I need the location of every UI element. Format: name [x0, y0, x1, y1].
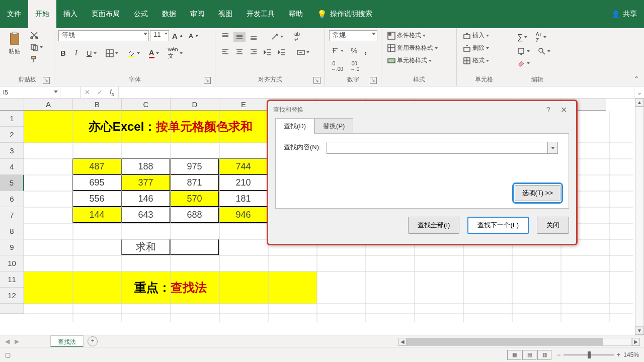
- zoom-out-button[interactable]: −: [557, 351, 560, 358]
- tab-insert[interactable]: 插入: [56, 0, 85, 28]
- data-cell[interactable]: 188: [121, 158, 170, 174]
- close-button[interactable]: 关闭: [537, 217, 569, 234]
- sort-filter-button[interactable]: A↓Z: [533, 30, 548, 44]
- collapse-ribbon-button[interactable]: ⌃: [632, 75, 641, 84]
- share-button[interactable]: 👤 共享: [604, 0, 644, 28]
- clear-button[interactable]: [515, 58, 532, 68]
- options-button[interactable]: 选项(T) >>: [515, 185, 560, 201]
- tab-data[interactable]: 数据: [155, 0, 183, 28]
- fill-button[interactable]: [515, 46, 532, 56]
- select-all-button[interactable]: [0, 99, 24, 111]
- tab-dev[interactable]: 开发工具: [239, 0, 282, 28]
- zoom-value[interactable]: 145%: [623, 351, 639, 358]
- row-header[interactable]: 4: [0, 159, 24, 175]
- paste-button[interactable]: 粘贴: [4, 30, 25, 58]
- phonetic-button[interactable]: wén文: [166, 45, 185, 61]
- zoom-slider[interactable]: [564, 354, 614, 355]
- italic-button[interactable]: I: [73, 48, 79, 58]
- scroll-down-button[interactable]: ▼: [635, 327, 644, 335]
- row-header[interactable]: 11: [0, 272, 24, 288]
- indent-inc-button[interactable]: [276, 47, 288, 57]
- formula-input[interactable]: [119, 86, 634, 98]
- enter-formula-icon[interactable]: ✓: [97, 88, 103, 96]
- data-cell[interactable]: 975: [170, 158, 219, 174]
- align-left-button[interactable]: [219, 47, 231, 57]
- horizontal-scrollbar[interactable]: ◀ ▶: [398, 337, 640, 347]
- cancel-formula-icon[interactable]: ✕: [85, 88, 90, 96]
- tab-find[interactable]: 查找(D): [275, 118, 314, 134]
- row-header[interactable]: [0, 304, 24, 314]
- clipboard-dialog-icon[interactable]: ↘: [43, 77, 50, 84]
- col-header[interactable]: A: [24, 99, 73, 111]
- row-header[interactable]: 1: [0, 111, 24, 127]
- number-format-select[interactable]: 常规: [329, 30, 377, 41]
- row-header[interactable]: 10: [0, 255, 24, 272]
- format-cells-button[interactable]: 格式: [461, 55, 491, 66]
- tab-review[interactable]: 审阅: [183, 0, 211, 28]
- align-bottom-button[interactable]: [248, 32, 260, 42]
- insert-cells-button[interactable]: 插入: [461, 30, 491, 41]
- dialog-close-button[interactable]: ✕: [556, 105, 571, 115]
- dialog-help-button[interactable]: ?: [541, 106, 556, 114]
- col-header[interactable]: D: [171, 99, 219, 111]
- data-cell[interactable]: 643: [121, 207, 170, 223]
- hscroll-track[interactable]: [407, 338, 632, 346]
- keypoint-cell[interactable]: 重点：查找法: [24, 272, 317, 304]
- formula-expand-button[interactable]: ⌄: [634, 86, 644, 98]
- sheet-prev-button[interactable]: ◀: [5, 338, 10, 345]
- row-header[interactable]: 12: [0, 288, 24, 304]
- data-cell[interactable]: 144: [72, 207, 121, 223]
- row-header[interactable]: 6: [0, 191, 24, 207]
- sum-label-cell[interactable]: 求和: [121, 239, 170, 255]
- row-headers[interactable]: 1 2 3 4 5 6 7 8 9 10 11 12: [0, 111, 24, 314]
- underline-button[interactable]: U: [85, 48, 99, 58]
- find-button[interactable]: [536, 46, 552, 56]
- tab-replace[interactable]: 替换(P): [314, 118, 353, 134]
- sum-value-cell[interactable]: [170, 239, 219, 255]
- find-dropdown-button[interactable]: [547, 142, 557, 153]
- data-cell[interactable]: 570: [170, 191, 219, 207]
- data-cell[interactable]: 556: [72, 191, 121, 207]
- accounting-button[interactable]: [329, 46, 346, 56]
- data-cell[interactable]: 946: [219, 207, 268, 223]
- align-middle-button[interactable]: [233, 32, 246, 42]
- vertical-scrollbar[interactable]: ▲ ▼: [635, 99, 644, 335]
- data-cell[interactable]: 871: [170, 174, 219, 191]
- autosum-button[interactable]: ∑: [515, 32, 529, 43]
- zoom-in-button[interactable]: +: [617, 351, 620, 358]
- percent-button[interactable]: %: [349, 45, 359, 56]
- col-header[interactable]: B: [73, 99, 122, 111]
- table-format-button[interactable]: 套用表格格式: [385, 43, 440, 53]
- row-header[interactable]: 9: [0, 239, 24, 255]
- hscroll-thumb[interactable]: [407, 338, 603, 345]
- scroll-up-button[interactable]: ▲: [635, 99, 644, 107]
- row-header[interactable]: 5: [0, 175, 24, 191]
- align-dialog-icon[interactable]: ↘: [313, 77, 320, 84]
- data-cell[interactable]: 377: [121, 174, 170, 191]
- data-cell[interactable]: 695: [72, 174, 121, 191]
- tab-help[interactable]: 帮助: [282, 0, 310, 28]
- bold-button[interactable]: B: [58, 48, 68, 58]
- sheet-next-button[interactable]: ▶: [15, 338, 19, 345]
- align-right-button[interactable]: [248, 47, 260, 57]
- page-layout-button[interactable]: ▤: [522, 350, 536, 360]
- orientation-button[interactable]: [269, 32, 285, 42]
- row-header[interactable]: 7: [0, 207, 24, 223]
- sheet-tab[interactable]: 查找法: [50, 335, 84, 347]
- format-painter-button[interactable]: [28, 54, 45, 64]
- merge-button[interactable]: [295, 47, 311, 57]
- data-cell[interactable]: 688: [170, 207, 219, 223]
- row-header[interactable]: 8: [0, 223, 24, 239]
- vscroll-track[interactable]: [635, 107, 644, 327]
- conditional-format-button[interactable]: 条件格式: [385, 30, 428, 41]
- inc-decimal-button[interactable]: .0←.00: [329, 60, 345, 73]
- row-header[interactable]: 3: [0, 143, 24, 159]
- comma-button[interactable]: ,: [362, 44, 369, 57]
- wrap-text-button[interactable]: ab↵: [292, 30, 302, 43]
- data-cell[interactable]: 487: [72, 158, 121, 174]
- data-cell[interactable]: 146: [121, 191, 170, 207]
- find-next-button[interactable]: 查找下一个(F): [467, 217, 529, 234]
- fx-icon[interactable]: fx: [110, 88, 114, 97]
- record-macro-icon[interactable]: ▢: [5, 351, 11, 358]
- data-cell[interactable]: 210: [219, 174, 268, 191]
